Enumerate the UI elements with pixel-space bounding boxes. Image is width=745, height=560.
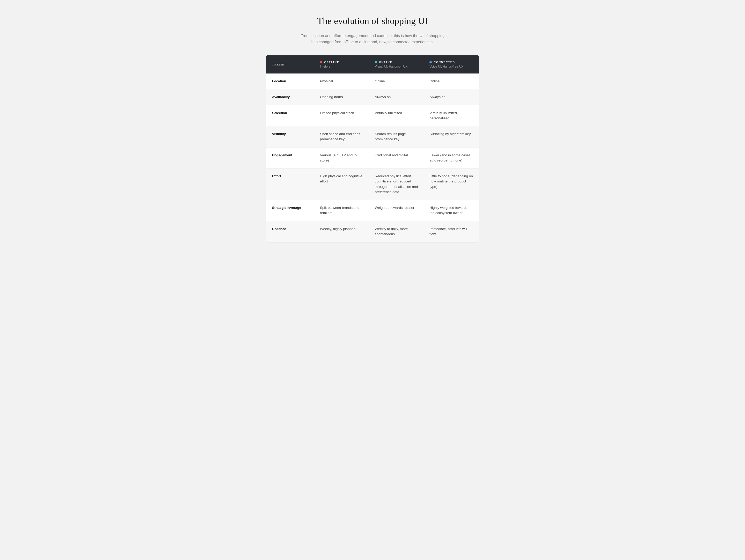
- offline-dot: [320, 61, 322, 63]
- header-online-subtitle: Visual UI, Hands-on UX: [375, 65, 418, 68]
- row-connected-cell: Immediate, products will flow: [424, 221, 479, 242]
- row-offline-cell: High physical and cognitive effort: [314, 168, 369, 200]
- row-connected-cell: Little to none (depending on how routine…: [424, 168, 479, 200]
- header-offline-label: OFFLINE: [324, 61, 339, 64]
- header-connected-label: CONNECTED: [433, 61, 455, 64]
- header-connected-cell: CONNECTED Voice UI, Hands-free UX: [424, 55, 479, 73]
- header-offline-title: OFFLINE: [320, 61, 363, 64]
- row-theme-cell: Effort: [266, 168, 314, 200]
- row-online-cell: Virtually unlimited: [369, 105, 424, 126]
- header-theme-cell: THEME: [266, 55, 314, 73]
- row-theme-cell: Cadence: [266, 221, 314, 242]
- table-row: Effort High physical and cognitive effor…: [266, 168, 479, 200]
- row-connected-cell: Fewer (and in some cases auto reorder to…: [424, 147, 479, 168]
- row-offline-cell: Various (e.g., TV and in-store): [314, 147, 369, 168]
- row-theme-cell: Visibility: [266, 126, 314, 147]
- row-connected-cell: Surfacing by algorithm key: [424, 126, 479, 147]
- page-subtitle: From location and effort to engagement a…: [266, 33, 479, 45]
- row-offline-cell: Physical: [314, 73, 369, 89]
- header-offline-subtitle: In-store: [320, 65, 363, 68]
- connected-dot: [429, 61, 432, 63]
- table-row: Availability Opening hours Always on Alw…: [266, 89, 479, 105]
- table-row: Location Physical Online Online: [266, 73, 479, 89]
- table-row: Cadence Weekly, highly planned Weekly to…: [266, 221, 479, 242]
- header-connected-subtitle: Voice UI, Hands-free UX: [429, 65, 473, 68]
- row-online-cell: Online: [369, 73, 424, 89]
- header-offline-cell: OFFLINE In-store: [314, 55, 369, 73]
- table-header: THEME OFFLINE In-store ONLINE Visual UI,…: [266, 55, 479, 73]
- row-offline-cell: Limited physical stock: [314, 105, 369, 126]
- page-title: The evolution of shopping UI: [266, 15, 479, 26]
- table-row: Visibility Shelf space and end caps prom…: [266, 126, 479, 147]
- row-theme-cell: Availability: [266, 89, 314, 105]
- header-online-cell: ONLINE Visual UI, Hands-on UX: [369, 55, 424, 73]
- row-theme-cell: Selection: [266, 105, 314, 126]
- row-connected-cell: Online: [424, 73, 479, 89]
- row-offline-cell: Weekly, highly planned: [314, 221, 369, 242]
- row-online-cell: Traditional and digital: [369, 147, 424, 168]
- row-online-cell: Weekly to daily, more spontaneous: [369, 221, 424, 242]
- online-dot: [375, 61, 377, 63]
- table-body: Location Physical Online Online Availabi…: [266, 73, 479, 242]
- row-online-cell: Always on: [369, 89, 424, 105]
- row-connected-cell: Always on: [424, 89, 479, 105]
- row-offline-cell: Shelf space and end caps prominence key: [314, 126, 369, 147]
- page-container: The evolution of shopping UI From locati…: [266, 15, 479, 242]
- row-online-cell: Search results page prominence key: [369, 126, 424, 147]
- header-theme-label: THEME: [272, 63, 285, 66]
- row-theme-cell: Engagement: [266, 147, 314, 168]
- row-theme-cell: Strategic leverage: [266, 200, 314, 221]
- row-theme-cell: Location: [266, 73, 314, 89]
- row-connected-cell: Highly weighted towards the ecosystem ow…: [424, 200, 479, 221]
- main-table: THEME OFFLINE In-store ONLINE Visual UI,…: [266, 55, 479, 242]
- row-online-cell: Weighted towards retailer: [369, 200, 424, 221]
- header-online-label: ONLINE: [379, 61, 392, 64]
- header-connected-title: CONNECTED: [429, 61, 473, 64]
- table-row: Strategic leverage Split between brands …: [266, 200, 479, 221]
- table-row: Selection Limited physical stock Virtual…: [266, 105, 479, 127]
- row-connected-cell: Virtually unlimited, personalized: [424, 105, 479, 126]
- header-online-title: ONLINE: [375, 61, 418, 64]
- row-online-cell: Reduced physical effort, cognitive effor…: [369, 168, 424, 200]
- table-row: Engagement Various (e.g., TV and in-stor…: [266, 147, 479, 169]
- row-offline-cell: Opening hours: [314, 89, 369, 105]
- row-offline-cell: Split between brands and retailers: [314, 200, 369, 221]
